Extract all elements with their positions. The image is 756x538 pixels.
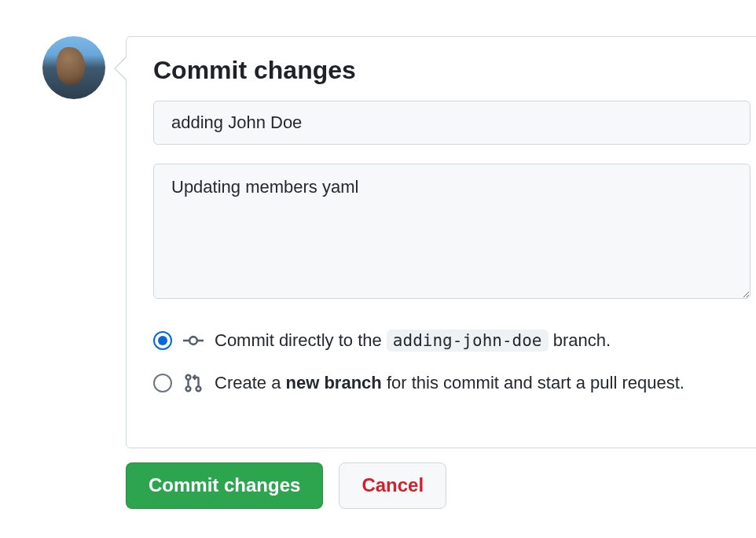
radio-unselected-icon <box>153 374 172 392</box>
git-pull-request-icon <box>183 373 204 393</box>
option-commit-direct[interactable]: Commit directly to the adding-john-doe b… <box>153 330 756 351</box>
svg-point-5 <box>196 386 201 391</box>
page-title: Commit changes <box>153 56 756 85</box>
option-newbranch-text: Create a new branch for this commit and … <box>215 373 684 393</box>
branch-options: Commit directly to the adding-john-doe b… <box>153 330 756 393</box>
commit-summary-input[interactable] <box>153 101 750 145</box>
svg-point-3 <box>186 375 191 380</box>
cancel-button[interactable]: Cancel <box>339 462 446 509</box>
git-commit-icon <box>183 330 204 351</box>
option-new-branch[interactable]: Create a new branch for this commit and … <box>153 373 756 393</box>
avatar <box>42 36 105 99</box>
commit-button[interactable]: Commit changes <box>126 462 323 509</box>
svg-point-0 <box>189 337 197 345</box>
option-direct-text: Commit directly to the adding-john-doe b… <box>215 330 611 351</box>
branch-chip: adding-john-doe <box>387 330 549 352</box>
radio-selected-icon <box>153 331 172 350</box>
button-row: Commit changes Cancel <box>126 462 756 509</box>
svg-point-4 <box>186 386 191 391</box>
commit-panel: Commit changes Commit directly to the <box>126 36 756 448</box>
commit-description-input[interactable] <box>153 164 750 299</box>
